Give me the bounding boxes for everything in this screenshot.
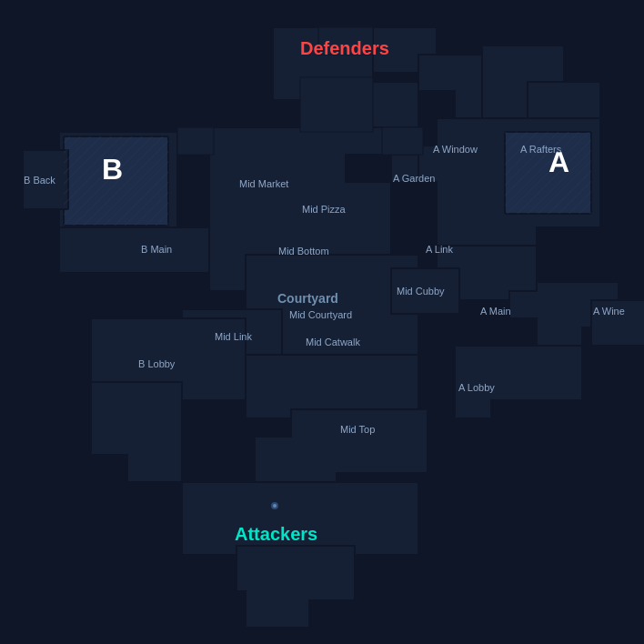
svg-marker-20 [59,227,209,273]
map-container: Defenders Attackers B A Courtyard B Back… [0,0,644,644]
svg-rect-32 [64,136,168,226]
label-attackers: Attackers [235,524,317,545]
svg-rect-27 [177,127,214,155]
svg-point-35 [273,504,277,508]
label-defenders: Defenders [300,38,389,59]
courtyard-label: Courtyard [277,291,338,306]
svg-rect-29 [300,77,373,132]
svg-rect-28 [382,127,423,155]
svg-marker-10 [591,300,644,346]
svg-rect-15 [391,268,459,314]
svg-rect-19 [23,150,68,209]
svg-rect-33 [505,132,591,214]
